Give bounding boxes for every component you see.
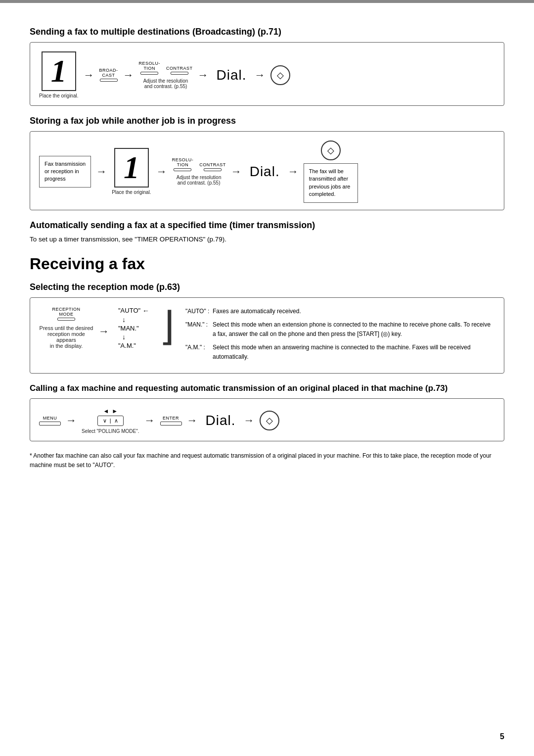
menu-block: MENU bbox=[39, 416, 61, 425]
auto-arrow: ← bbox=[142, 307, 149, 315]
menu-key bbox=[39, 422, 61, 425]
auto-desc-row: "AUTO" : Faxes are automatically receive… bbox=[185, 307, 495, 316]
section2-title: Storing a fax job while another job is i… bbox=[30, 116, 504, 126]
step1-number: 1 bbox=[42, 51, 76, 91]
fax-in-progress-text: Fax transmissionor reception inprogress bbox=[44, 161, 86, 182]
step2-block: 1 Place the original. bbox=[112, 148, 151, 195]
arrow8: → bbox=[288, 165, 299, 178]
start-circle-s5: ◇ bbox=[260, 411, 279, 430]
down-arrow2: ↓ bbox=[122, 333, 126, 341]
broadcast-key bbox=[100, 79, 118, 82]
nav-block: ◄ ► ∨ | ∧ Select "POLLING MODE". bbox=[82, 408, 139, 434]
resolution-label-s2: RESOLU-TION bbox=[172, 157, 194, 167]
section5-title: Calling a fax machine and requesting aut… bbox=[30, 383, 504, 393]
resolution-contrast-block: RESOLU-TION CONTRAST Adjust the resoluti… bbox=[139, 61, 193, 89]
broadcast-key-block: BROAD-CAST bbox=[99, 68, 118, 82]
start-button-s2: ◇ bbox=[321, 141, 341, 160]
step2-label: Place the original. bbox=[112, 189, 151, 195]
arrow1: → bbox=[84, 69, 94, 82]
arrow12: → bbox=[187, 414, 198, 427]
page-number: 5 bbox=[500, 732, 504, 741]
contrast-key-s1 bbox=[171, 72, 188, 75]
am-desc-row: "A.M." : Select this mode when an answer… bbox=[185, 343, 495, 362]
resolution-label-s1: RESOLU-TION bbox=[139, 61, 161, 71]
start-button-s1: ◇ bbox=[270, 65, 290, 85]
section3-paragraph: To set up a timer transmission, see "TIM… bbox=[30, 236, 504, 243]
am-mode-label: "A.M." bbox=[118, 342, 136, 349]
fax-result-text: The fax will betransmitted afterprevious… bbox=[309, 168, 351, 197]
broadcast-key-label: BROAD-CAST bbox=[99, 68, 118, 78]
arrow11: → bbox=[144, 414, 155, 427]
arrow4: → bbox=[255, 69, 266, 82]
section5-diagram: MENU → ◄ ► ∨ | ∧ Select "POLLING MODE". … bbox=[30, 398, 504, 441]
arrow9: → bbox=[98, 325, 109, 338]
nav-arrows-key: ∨ | ∧ bbox=[97, 416, 124, 426]
section1-diagram: 1 Place the original. → BROAD-CAST → RES… bbox=[30, 42, 504, 106]
adjust-label-s1: Adjust the resolutionand contrast. (p.55… bbox=[143, 78, 188, 89]
resolution-contrast-block-s2: RESOLU-TION CONTRAST Adjust the resoluti… bbox=[172, 157, 226, 186]
press-label: Press until the desiredreception mode ap… bbox=[39, 325, 93, 349]
down-arrow1: ↓ bbox=[122, 316, 126, 324]
section4-subtitle: Selecting the reception mode (p.63) bbox=[30, 282, 504, 292]
section4-main-title: Receiving a fax bbox=[30, 255, 504, 273]
nav-down-icon: ∨ bbox=[103, 418, 107, 424]
dial-text-s1: Dial. bbox=[217, 67, 247, 83]
dial-block-s1: Dial. bbox=[214, 67, 250, 83]
contrast-key-s2 bbox=[204, 168, 222, 171]
section4-diagram: RECEPTIONMODE Press until the desiredrec… bbox=[30, 297, 504, 374]
dial-text-s5: Dial. bbox=[206, 413, 236, 428]
footnote: * Another fax machine can also call your… bbox=[30, 451, 504, 470]
enter-key-label: ENTER bbox=[163, 416, 179, 421]
contrast-label-s2: CONTRAST bbox=[199, 162, 226, 167]
mode-descriptions: "AUTO" : Faxes are automatically receive… bbox=[185, 307, 495, 366]
select-label: Select "POLLING MODE". bbox=[82, 428, 139, 434]
resolution-key-s2 bbox=[174, 168, 191, 171]
dial-block-s2: Dial. bbox=[247, 164, 283, 180]
menu-key-label: MENU bbox=[43, 416, 57, 421]
arrow2: → bbox=[123, 69, 134, 82]
section3-title: Automatically sending a fax at a specifi… bbox=[30, 220, 504, 231]
arrow3: → bbox=[198, 69, 209, 82]
man-desc-text: Select this mode when an extension phone… bbox=[213, 320, 495, 339]
reception-mode-key bbox=[57, 318, 75, 321]
reception-mode-block: RECEPTIONMODE Press until the desiredrec… bbox=[39, 307, 93, 349]
arrow5: → bbox=[96, 165, 107, 178]
right-arrow-label: ► bbox=[112, 408, 118, 415]
auto-mode-label: "AUTO" bbox=[118, 307, 140, 314]
reception-mode-label: RECEPTIONMODE bbox=[52, 307, 80, 317]
start-circle-s1: ◇ bbox=[270, 65, 290, 85]
nav-divider: | bbox=[110, 418, 111, 424]
start-result-block: ◇ The fax will betransmitted afterprevio… bbox=[304, 141, 358, 203]
nav-up-icon: ∧ bbox=[114, 418, 118, 424]
dial-block-s5: Dial. bbox=[203, 413, 239, 428]
am-desc-text: Select this mode when an answering machi… bbox=[213, 343, 495, 362]
auto-desc-label: "AUTO" : bbox=[185, 307, 213, 316]
step1-label: Place the original. bbox=[39, 93, 79, 98]
section2-diagram: Fax transmissionor reception inprogress … bbox=[30, 131, 504, 210]
man-mode-label: "MAN." bbox=[118, 325, 139, 332]
dial-text-s2: Dial. bbox=[250, 164, 280, 180]
adjust-label-s2: Adjust the resolutionand contrast. (p.55… bbox=[177, 175, 222, 186]
fax-in-progress-box: Fax transmissionor reception inprogress bbox=[39, 156, 91, 188]
enter-block: ENTER bbox=[160, 416, 182, 425]
arrow7: → bbox=[231, 165, 242, 178]
step1-block: 1 Place the original. bbox=[39, 51, 79, 98]
auto-desc-text: Faxes are automatically received. bbox=[213, 307, 495, 316]
resolution-key-s1 bbox=[140, 72, 158, 75]
arrow13: → bbox=[244, 414, 255, 427]
step2-number: 1 bbox=[114, 148, 149, 188]
contrast-label-s1: CONTRAST bbox=[166, 66, 193, 71]
am-desc-label: "A.M." : bbox=[185, 343, 213, 352]
man-desc-row: "MAN." : Select this mode when an extens… bbox=[185, 320, 495, 339]
arrow10: → bbox=[66, 414, 77, 427]
section1-title: Sending a fax to multiple destinations (… bbox=[30, 27, 504, 37]
man-desc-label: "MAN." : bbox=[185, 320, 213, 330]
arrow6: → bbox=[156, 165, 167, 178]
start-button-s5: ◇ bbox=[260, 411, 279, 430]
fax-result-box: The fax will betransmitted afterprevious… bbox=[304, 163, 358, 203]
enter-key bbox=[160, 422, 182, 425]
left-arrow-label: ◄ bbox=[103, 408, 109, 415]
